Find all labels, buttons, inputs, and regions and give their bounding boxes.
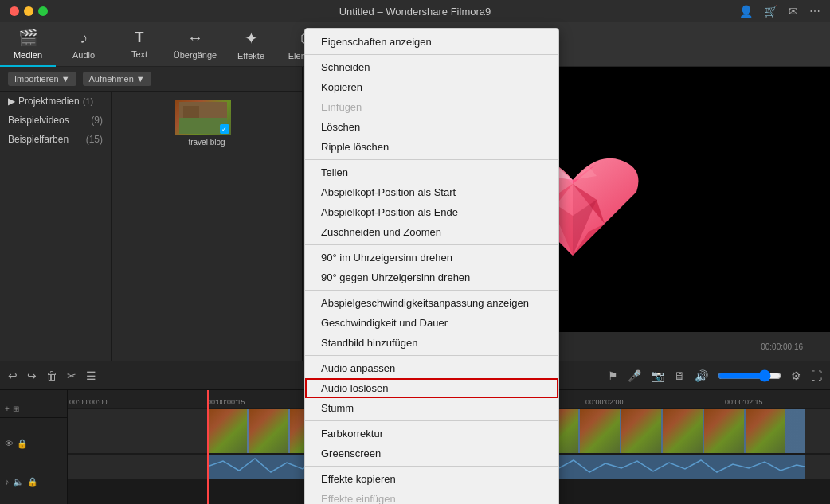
ctx-paste-effects[interactable]: Effekte einfügen [305,489,558,504]
ctx-color-correct-label: Farbkorrektur [321,428,383,440]
ctx-copy-effects[interactable]: Effekte kopieren [305,469,558,489]
context-menu-overlay[interactable]: Eigenschaften anzeigen Schneiden Kopiere… [0,0,830,504]
ctx-sep-1 [305,54,558,55]
ctx-freeze-frame[interactable]: Standbild hinzufügen [305,333,558,353]
ctx-color-correct[interactable]: Farbkorrektur [305,424,558,443]
ctx-sep-2 [305,159,558,160]
ctx-mute[interactable]: Stumm [305,398,558,418]
ctx-einfuegen-label: Einfügen [321,101,362,113]
ctx-loeschen[interactable]: Löschen [305,117,558,137]
ctx-speed-duration-label: Geschwindigkeit und Dauer [321,317,448,329]
ctx-set-end[interactable]: Abspielkopf-Position als Ende [305,202,558,222]
ctx-schneiden-label: Schneiden [321,61,370,73]
ctx-eigenschaften-label: Eigenschaften anzeigen [321,36,432,48]
context-menu: Eigenschaften anzeigen Schneiden Kopiere… [304,28,559,504]
ctx-set-start[interactable]: Abspielkopf-Position als Start [305,182,558,202]
ctx-sep-7 [305,466,558,467]
ctx-kopieren[interactable]: Kopieren [305,77,558,97]
ctx-greenscreen[interactable]: Greenscreen [305,443,558,463]
ctx-sep-5 [305,355,558,356]
ctx-speed-duration[interactable]: Geschwindigkeit und Dauer [305,313,558,333]
ctx-set-start-label: Abspielkopf-Position als Start [321,186,456,198]
ctx-ripple-loeschen[interactable]: Ripple löschen [305,137,558,157]
ctx-greenscreen-label: Greenscreen [321,447,381,459]
ctx-freeze-frame-label: Standbild hinzufügen [321,337,417,349]
ctx-sep-6 [305,420,558,421]
ctx-crop-zoom-label: Zuschneiden und Zoomen [321,226,441,238]
ctx-ripple-loeschen-label: Ripple löschen [321,141,389,153]
ctx-einfuegen[interactable]: Einfügen [305,97,558,117]
ctx-copy-effects-label: Effekte kopieren [321,473,396,485]
ctx-audio-adjust-label: Audio anpassen [321,362,395,374]
ctx-rotate-cw-label: 90° im Uhrzeigersinn drehen [321,252,452,264]
ctx-teilen[interactable]: Teilen [305,162,558,182]
ctx-mute-label: Stumm [321,402,354,414]
ctx-speed-show[interactable]: Abspielgeschwindigkeitsanpassung anzeige… [305,293,558,313]
ctx-teilen-label: Teilen [321,166,348,178]
ctx-schneiden[interactable]: Schneiden [305,57,558,77]
ctx-kopieren-label: Kopieren [321,81,362,93]
ctx-rotate-ccw-label: 90° gegen Uhrzeigersinn drehen [321,272,470,283]
ctx-rotate-ccw[interactable]: 90° gegen Uhrzeigersinn drehen [305,268,558,287]
ctx-loeschen-label: Löschen [321,121,360,133]
ctx-eigenschaften[interactable]: Eigenschaften anzeigen [305,32,558,52]
ctx-paste-effects-label: Effekte einfügen [321,493,396,504]
ctx-sep-4 [305,290,558,291]
ctx-audio-adjust[interactable]: Audio anpassen [305,358,558,378]
ctx-set-end-label: Abspielkopf-Position als Ende [321,206,458,218]
ctx-crop-zoom[interactable]: Zuschneiden und Zoomen [305,222,558,242]
ctx-sep-3 [305,244,558,245]
ctx-speed-show-label: Abspielgeschwindigkeitsanpassung anzeige… [321,297,529,309]
ctx-audio-detach-label: Audio loslösen [321,382,389,394]
ctx-audio-detach[interactable]: Audio loslösen [305,378,558,398]
ctx-rotate-cw[interactable]: 90° im Uhrzeigersinn drehen [305,248,558,268]
